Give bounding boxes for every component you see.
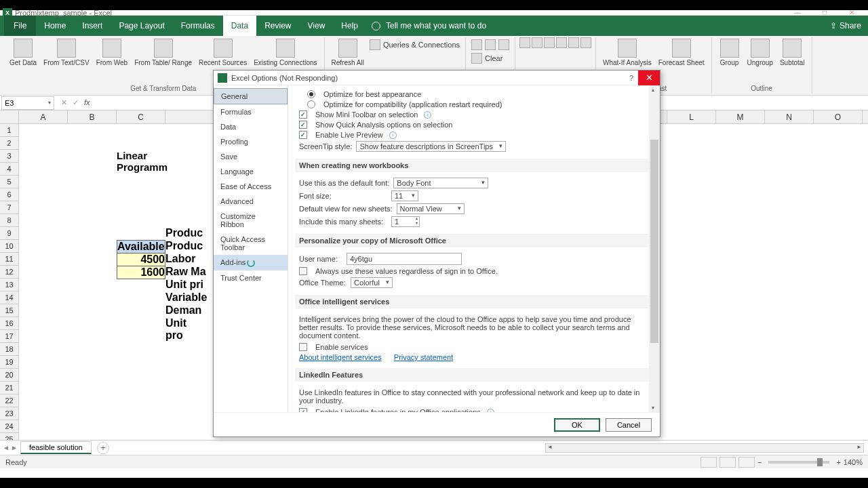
row-header[interactable]: 14 (0, 291, 19, 304)
row-header[interactable]: 6 (0, 188, 19, 201)
subtotal-button[interactable]: Subtotal (777, 37, 808, 68)
optimize-compat-radio[interactable] (307, 100, 315, 108)
minimize-button[interactable]: — (784, 10, 811, 16)
nav-add-ins[interactable]: Add-ins (214, 255, 288, 270)
group-button[interactable]: Group (716, 37, 743, 68)
data-tool-icon[interactable] (519, 37, 530, 48)
file-tab[interactable]: File (4, 16, 36, 36)
row-header[interactable]: 3 (0, 150, 19, 163)
page-break-view-button[interactable] (738, 457, 755, 468)
enter-formula-icon[interactable]: ✓ (73, 98, 79, 107)
name-box[interactable]: E3 (1, 96, 54, 110)
quick-analysis-checkbox[interactable] (299, 121, 307, 129)
what-if-analysis-button[interactable]: What-If Analysis (600, 37, 654, 68)
screentip-select[interactable]: Show feature descriptions in ScreenTips (356, 141, 505, 152)
nav-data[interactable]: Data (214, 119, 288, 134)
dialog-close-button[interactable]: ✕ (638, 70, 660, 85)
tell-me-search[interactable]: Tell me what you want to do (366, 16, 486, 36)
info-icon[interactable]: i (487, 409, 494, 413)
maximize-button[interactable]: □ (811, 10, 838, 16)
username-input[interactable]: 4y6tgu (347, 253, 462, 265)
nav-quick-access-toolbar[interactable]: Quick Access Toolbar (214, 232, 288, 255)
enable-services-checkbox[interactable] (299, 343, 307, 351)
dialog-help-button[interactable]: ? (625, 74, 638, 82)
privacy-statement-link[interactable]: Privacy statement (394, 353, 453, 361)
row-header[interactable]: 25 (0, 433, 19, 440)
enable-linkedin-checkbox[interactable] (299, 408, 307, 412)
row-header[interactable]: 20 (0, 369, 19, 382)
data-tool-icon[interactable] (544, 37, 555, 48)
tab-help[interactable]: Help (333, 16, 366, 36)
dialog-titlebar[interactable]: Excel Options (Not Responding) ? ✕ (214, 70, 660, 85)
row-header[interactable]: 1 (0, 124, 19, 137)
refresh-all-button[interactable]: Refresh All (329, 37, 367, 68)
nav-general[interactable]: General (214, 88, 288, 104)
font-size-select[interactable]: 11 (391, 190, 418, 201)
info-icon[interactable]: i (424, 111, 431, 119)
row-header[interactable]: 24 (0, 420, 19, 433)
row-header[interactable]: 22 (0, 394, 19, 407)
row-header[interactable]: 9 (0, 227, 19, 240)
sheets-count-spinner[interactable]: 1 (391, 216, 420, 227)
data-tool-icon[interactable] (556, 37, 567, 48)
row-header[interactable]: 2 (0, 137, 19, 150)
filter-icon[interactable] (498, 39, 509, 50)
from-web-button[interactable]: From Web (94, 37, 131, 68)
nav-advanced[interactable]: Advanced (214, 194, 288, 209)
fx-icon[interactable]: fx (84, 98, 94, 107)
add-sheet-button[interactable]: + (97, 442, 109, 454)
ungroup-button[interactable]: Ungroup (745, 37, 776, 68)
row-header[interactable]: 10 (0, 240, 19, 253)
tab-view[interactable]: View (300, 16, 334, 36)
share-button[interactable]: ⇪ Share (830, 16, 868, 36)
row-header[interactable]: 19 (0, 356, 19, 369)
tab-page-layout[interactable]: Page Layout (111, 16, 172, 36)
mini-toolbar-checkbox[interactable] (299, 110, 307, 119)
row-header[interactable]: 16 (0, 317, 19, 330)
tab-formulas[interactable]: Formulas (173, 16, 223, 36)
row-header[interactable]: 8 (0, 214, 19, 227)
row-header[interactable]: 7 (0, 201, 19, 214)
tab-review[interactable]: Review (256, 16, 299, 36)
queries-connections-button[interactable]: Queries & Connections (368, 39, 461, 51)
nav-formulas[interactable]: Formulas (214, 104, 288, 119)
dialog-scrollbar[interactable] (649, 85, 660, 412)
from-text-csv-button[interactable]: From Text/CSV (41, 37, 92, 68)
about-intelligent-link[interactable]: About intelligent services (299, 353, 382, 361)
always-use-values-checkbox[interactable] (299, 267, 307, 275)
row-header[interactable]: 11 (0, 253, 19, 266)
row-header[interactable]: 23 (0, 407, 19, 420)
tab-insert[interactable]: Insert (74, 16, 111, 36)
forecast-sheet-button[interactable]: Forecast Sheet (656, 37, 707, 68)
nav-save[interactable]: Save (214, 149, 288, 164)
row-header[interactable]: 18 (0, 343, 19, 356)
page-layout-view-button[interactable] (719, 457, 736, 468)
ok-button[interactable]: OK (554, 418, 600, 432)
default-view-select[interactable]: Normal View (397, 203, 465, 214)
row-header[interactable]: 17 (0, 330, 19, 343)
zoom-level[interactable]: 140% (844, 458, 863, 466)
optimize-best-radio[interactable] (307, 90, 315, 98)
get-data-button[interactable]: Get Data (7, 37, 39, 68)
cancel-button[interactable]: Cancel (606, 418, 652, 432)
recent-sources-button[interactable]: Recent Sources (196, 37, 250, 68)
normal-view-button[interactable] (701, 457, 717, 468)
sheet-tab-feasible-solution[interactable]: feasible solution (20, 441, 92, 454)
nav-trust-center[interactable]: Trust Center (214, 270, 288, 285)
from-table-range-button[interactable]: From Table/ Range (132, 37, 195, 68)
data-tool-icon[interactable] (568, 37, 579, 48)
close-button[interactable]: ✕ (838, 10, 865, 16)
zoom-slider[interactable] (768, 461, 829, 464)
nav-customize-ribbon[interactable]: Customize Ribbon (214, 209, 288, 232)
clear-button[interactable]: Clear (470, 52, 511, 64)
data-tool-icon[interactable] (532, 37, 542, 48)
default-font-select[interactable]: Body Font (393, 178, 488, 188)
cancel-formula-icon[interactable]: ✕ (61, 98, 67, 107)
row-header[interactable]: 5 (0, 176, 19, 188)
row-header[interactable]: 4 (0, 163, 19, 176)
info-icon[interactable]: i (389, 131, 397, 139)
nav-language[interactable]: Language (214, 164, 288, 179)
tab-data[interactable]: Data (223, 16, 256, 36)
horizontal-scrollbar[interactable] (545, 443, 864, 453)
data-tool-icon[interactable] (580, 37, 591, 48)
